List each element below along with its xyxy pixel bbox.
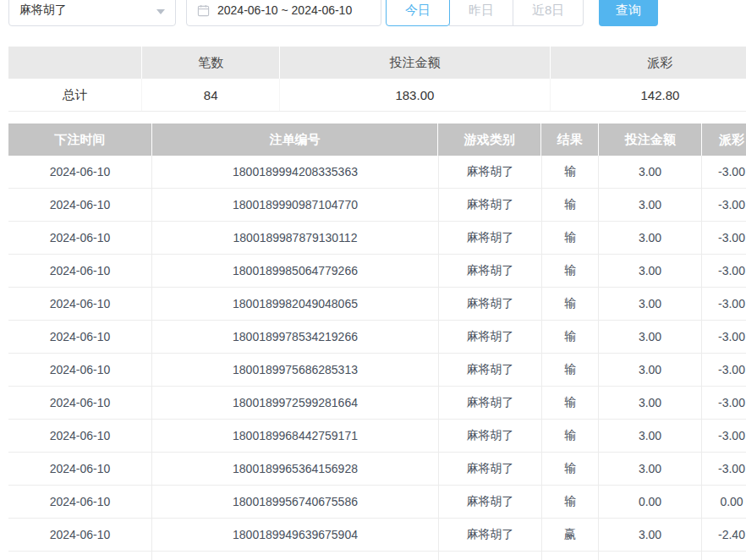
cell-order-id: 1800189975686285313: [152, 354, 439, 386]
cell-order-id: 1800189985064779266: [152, 255, 439, 287]
cell-order-id: 1800189972599281664: [152, 387, 439, 419]
cell-payout: -3.00: [702, 255, 746, 287]
cell-result: 输: [542, 453, 599, 485]
cell-order-id: 1800189994208335363: [152, 156, 439, 188]
cell-bet-time: 2024-06-10: [8, 387, 152, 419]
betting-records-screen: 麻将胡了 2024-06-10 ~ 2024-06-10 今日 昨日 近8日 查…: [0, 0, 746, 560]
cell-bet-amount: 3.00: [599, 255, 702, 287]
cell-bet-time: 2024-06-10: [8, 222, 152, 254]
yesterday-button[interactable]: 昨日: [449, 0, 513, 26]
today-button[interactable]: 今日: [386, 0, 450, 26]
game-select[interactable]: 麻将胡了: [8, 0, 176, 26]
cell-game-type: 麻将胡了: [439, 222, 542, 254]
cell-result: 输: [542, 420, 599, 452]
summary-header-bet-amount: 投注金额: [280, 47, 551, 79]
cell-payout: -2.40: [702, 519, 746, 551]
cell-game-type: 麻将胡了: [439, 519, 542, 551]
last-8-days-button[interactable]: 近8日: [513, 0, 584, 26]
bet-table-header-row: 下注时间 注单编号 游戏类别 结果 投注金额 派彩: [8, 124, 746, 156]
cell-payout: -3.00: [702, 156, 746, 188]
header-result: 结果: [541, 124, 599, 156]
query-button[interactable]: 查询: [599, 0, 658, 26]
header-game-type: 游戏类别: [438, 124, 541, 156]
table-row: 2024-06-10 1800189987879130112 麻将胡了 输 3.…: [8, 222, 746, 255]
cell-game-type: 麻将胡了: [439, 552, 542, 560]
table-row: 2024-06-10 1800189965364156928 麻将胡了 输 3.…: [8, 453, 746, 486]
summary-header-blank: [8, 47, 142, 79]
cell-result: 输: [542, 354, 599, 386]
cell-game-type: 麻将胡了: [439, 255, 542, 287]
cell-payout: 0.00: [702, 552, 746, 560]
cell-order-id: 1800189956740675586: [152, 486, 439, 518]
cell-order-id: 1800189990987104770: [152, 189, 439, 221]
table-row: 2024-06-10 1800189956740675586 麻将胡了 输 0.…: [8, 486, 746, 519]
cell-bet-amount: 3.00: [599, 222, 702, 254]
cell-bet-time: 2024-06-10: [8, 486, 152, 518]
summary-payout-value: 142.80: [551, 79, 746, 111]
cell-bet-amount: 3.00: [599, 420, 702, 452]
summary-count-value: 84: [142, 79, 279, 111]
cell-bet-amount: 3.00: [599, 321, 702, 353]
cell-order-id: 1800189941167170049: [152, 552, 439, 560]
cell-payout: -3.00: [702, 189, 746, 221]
cell-payout: -3.00: [702, 321, 746, 353]
cell-bet-amount: 3.00: [599, 453, 702, 485]
game-select-value: 麻将胡了: [19, 3, 67, 18]
cell-bet-amount: 3.00: [599, 156, 702, 188]
cell-payout: -3.00: [702, 387, 746, 419]
cell-game-type: 麻将胡了: [439, 420, 542, 452]
cell-bet-time: 2024-06-10: [8, 354, 152, 386]
calendar-icon: [197, 4, 210, 17]
table-row: 2024-06-10 1800189978534219266 麻将胡了 输 3.…: [8, 321, 746, 354]
cell-order-id: 1800189949639675904: [152, 519, 439, 551]
table-row: 2024-06-10 1800189975686285313 麻将胡了 输 3.…: [8, 354, 746, 387]
date-range-value: 2024-06-10 ~ 2024-06-10: [217, 3, 352, 17]
table-row: 2024-06-10 1800189985064779266 麻将胡了 输 3.…: [8, 255, 746, 288]
summary-header-payout: 派彩: [551, 47, 746, 79]
cell-order-id: 1800189965364156928: [152, 453, 439, 485]
cell-game-type: 麻将胡了: [439, 321, 542, 353]
bet-table-body: 2024-06-10 1800189994208335363 麻将胡了 输 3.…: [8, 156, 746, 560]
cell-result: 输: [542, 222, 599, 254]
cell-game-type: 麻将胡了: [439, 486, 542, 518]
cell-bet-amount: 3.00: [599, 387, 702, 419]
cell-payout: -3.00: [702, 453, 746, 485]
cell-bet-time: 2024-06-10: [8, 189, 152, 221]
table-row: 2024-06-10 1800189968442759171 麻将胡了 输 3.…: [8, 420, 746, 453]
cell-bet-amount: 3.00: [599, 288, 702, 320]
cell-bet-time: 2024-06-10: [8, 255, 152, 287]
cell-bet-amount: 0.00: [599, 552, 702, 560]
cell-order-id: 1800189987879130112: [152, 222, 439, 254]
cell-bet-amount: 3.00: [599, 519, 702, 551]
cell-bet-amount: 0.00: [599, 486, 702, 518]
cell-result: 输: [542, 255, 599, 287]
cell-order-id: 1800189968442759171: [152, 420, 439, 452]
table-row: 2024-06-10 1800189972599281664 麻将胡了 输 3.…: [8, 387, 746, 420]
date-range-picker[interactable]: 2024-06-10 ~ 2024-06-10: [186, 0, 381, 26]
cell-game-type: 麻将胡了: [439, 354, 542, 386]
summary-header-count: 笔数: [142, 47, 279, 79]
cell-order-id: 1800189982049048065: [152, 288, 439, 320]
summary-table: 笔数 投注金额 派彩 总计 84 183.00 142.80: [8, 47, 746, 112]
cell-payout: -3.00: [702, 222, 746, 254]
table-row: 2024-06-10 1800189949639675904 麻将胡了 赢 3.…: [8, 519, 746, 552]
quick-range-group: 今日 昨日 近8日: [386, 0, 584, 26]
cell-bet-time: 2024-06-10: [8, 453, 152, 485]
header-bet-amount: 投注金额: [599, 124, 702, 156]
cell-result: 输: [542, 387, 599, 419]
cell-bet-time: 2024-06-10: [8, 420, 152, 452]
cell-bet-time: 2024-06-10: [8, 519, 152, 551]
cell-bet-time: 2024-06-10: [8, 552, 152, 560]
table-row: 2024-06-10 1800189994208335363 麻将胡了 输 3.…: [8, 156, 746, 189]
cell-game-type: 麻将胡了: [439, 453, 542, 485]
cell-game-type: 麻将胡了: [439, 387, 542, 419]
header-bet-time: 下注时间: [8, 124, 152, 156]
header-order-id: 注单编号: [152, 124, 438, 156]
summary-total-label: 总计: [8, 79, 142, 111]
cell-bet-amount: 3.00: [599, 189, 702, 221]
cell-game-type: 麻将胡了: [439, 288, 542, 320]
cell-result: 输: [542, 288, 599, 320]
table-row: 2024-06-10 1800189990987104770 麻将胡了 输 3.…: [8, 189, 746, 222]
cell-game-type: 麻将胡了: [439, 156, 542, 188]
cell-payout: -3.00: [702, 288, 746, 320]
